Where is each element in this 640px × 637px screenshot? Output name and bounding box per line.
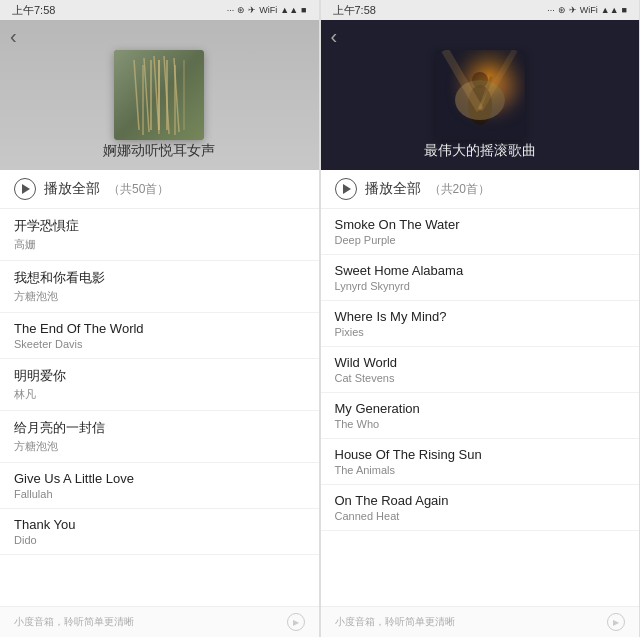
song-artist: Lynyrd Skynyrd bbox=[335, 280, 626, 292]
svg-rect-12 bbox=[478, 76, 493, 110]
svg-point-11 bbox=[472, 72, 488, 88]
list-item[interactable]: 给月亮的一封信 方糖泡泡 bbox=[0, 411, 319, 463]
left-footer-text: 小度音箱，聆听简单更清晰 bbox=[14, 615, 134, 629]
left-panel: 上午7:58 ··· ⊛ ✈ WiFi ▲▲ ■ ‹ bbox=[0, 0, 320, 637]
song-title: 给月亮的一封信 bbox=[14, 419, 305, 437]
right-header: ‹ bbox=[321, 20, 640, 170]
right-status-icons: ··· ⊛ ✈ WiFi ▲▲ ■ bbox=[547, 5, 627, 15]
left-song-list: 开学恐惧症 高姗 我想和你看电影 方糖泡泡 The End Of The Wor… bbox=[0, 209, 319, 606]
list-item[interactable]: 开学恐惧症 高姗 bbox=[0, 209, 319, 261]
left-play-all-label: 播放全部 bbox=[44, 180, 100, 198]
right-panel: 上午7:58 ··· ⊛ ✈ WiFi ▲▲ ■ ‹ bbox=[321, 0, 641, 637]
left-play-all-bar[interactable]: 播放全部 （共50首） bbox=[0, 170, 319, 209]
song-title: My Generation bbox=[335, 401, 626, 416]
left-footer: 小度音箱，聆听简单更清晰 ▶ bbox=[0, 606, 319, 637]
left-play-circle[interactable] bbox=[14, 178, 36, 200]
list-item[interactable]: Sweet Home Alabama Lynyrd Skynyrd bbox=[321, 255, 640, 301]
song-title: House Of The Rising Sun bbox=[335, 447, 626, 462]
list-item[interactable]: My Generation The Who bbox=[321, 393, 640, 439]
song-artist: The Animals bbox=[335, 464, 626, 476]
song-artist: 方糖泡泡 bbox=[14, 439, 305, 454]
list-item[interactable]: On The Road Again Canned Heat bbox=[321, 485, 640, 531]
right-panel-title: 最伟大的摇滚歌曲 bbox=[321, 142, 640, 160]
song-title: Smoke On The Water bbox=[335, 217, 626, 232]
list-item[interactable]: Wild World Cat Stevens bbox=[321, 347, 640, 393]
list-item[interactable]: The End Of The World Skeeter Davis bbox=[0, 313, 319, 359]
song-title: Where Is My Mind? bbox=[335, 309, 626, 324]
svg-point-10 bbox=[468, 85, 492, 125]
list-item[interactable]: 明明爱你 林凡 bbox=[0, 359, 319, 411]
song-artist: 林凡 bbox=[14, 387, 305, 402]
left-back-button[interactable]: ‹ bbox=[10, 25, 17, 48]
right-album-art-svg bbox=[435, 50, 525, 140]
song-artist: 高姗 bbox=[14, 237, 305, 252]
right-footer-play-icon: ▶ bbox=[607, 613, 625, 631]
left-album-art-svg bbox=[114, 50, 204, 140]
song-title: Thank You bbox=[14, 517, 305, 532]
left-footer-play-icon: ▶ bbox=[287, 613, 305, 631]
left-status-icons: ··· ⊛ ✈ WiFi ▲▲ ■ bbox=[227, 5, 307, 15]
song-title: 明明爱你 bbox=[14, 367, 305, 385]
right-play-circle[interactable] bbox=[335, 178, 357, 200]
song-artist: 方糖泡泡 bbox=[14, 289, 305, 304]
song-title: Wild World bbox=[335, 355, 626, 370]
song-title: 我想和你看电影 bbox=[14, 269, 305, 287]
left-status-bar: 上午7:58 ··· ⊛ ✈ WiFi ▲▲ ■ bbox=[0, 0, 319, 20]
right-album-art bbox=[435, 50, 525, 140]
right-status-time: 上午7:58 bbox=[333, 3, 376, 18]
right-song-list: Smoke On The Water Deep Purple Sweet Hom… bbox=[321, 209, 640, 606]
song-artist: Canned Heat bbox=[335, 510, 626, 522]
song-artist: Cat Stevens bbox=[335, 372, 626, 384]
list-item[interactable]: Smoke On The Water Deep Purple bbox=[321, 209, 640, 255]
right-status-bar: 上午7:58 ··· ⊛ ✈ WiFi ▲▲ ■ bbox=[321, 0, 640, 20]
left-album-art bbox=[114, 50, 204, 140]
right-play-all-count: （共20首） bbox=[429, 181, 490, 198]
right-play-all-label: 播放全部 bbox=[365, 180, 421, 198]
svg-rect-1 bbox=[114, 50, 204, 140]
song-artist: Deep Purple bbox=[335, 234, 626, 246]
list-item[interactable]: 我想和你看电影 方糖泡泡 bbox=[0, 261, 319, 313]
right-play-all-bar[interactable]: 播放全部 （共20首） bbox=[321, 170, 640, 209]
song-title: On The Road Again bbox=[335, 493, 626, 508]
left-play-all-count: （共50首） bbox=[108, 181, 169, 198]
left-header: ‹ bbox=[0, 20, 319, 170]
song-artist: Skeeter Davis bbox=[14, 338, 305, 350]
left-play-icon bbox=[22, 184, 30, 194]
song-title: Sweet Home Alabama bbox=[335, 263, 626, 278]
song-title: 开学恐惧症 bbox=[14, 217, 305, 235]
right-footer-text: 小度音箱，聆听简单更清晰 bbox=[335, 615, 455, 629]
list-item[interactable]: House Of The Rising Sun The Animals bbox=[321, 439, 640, 485]
song-artist: The Who bbox=[335, 418, 626, 430]
right-play-icon bbox=[343, 184, 351, 194]
right-back-button[interactable]: ‹ bbox=[331, 25, 338, 48]
right-footer: 小度音箱，聆听简单更清晰 ▶ bbox=[321, 606, 640, 637]
song-artist: Dido bbox=[14, 534, 305, 546]
left-panel-title: 婀娜动听悦耳女声 bbox=[0, 142, 319, 160]
song-title: The End Of The World bbox=[14, 321, 305, 336]
list-item[interactable]: Where Is My Mind? Pixies bbox=[321, 301, 640, 347]
song-artist: Fallulah bbox=[14, 488, 305, 500]
list-item[interactable]: Thank You Dido bbox=[0, 509, 319, 555]
list-item[interactable]: Give Us A Little Love Fallulah bbox=[0, 463, 319, 509]
left-status-time: 上午7:58 bbox=[12, 3, 55, 18]
song-title: Give Us A Little Love bbox=[14, 471, 305, 486]
song-artist: Pixies bbox=[335, 326, 626, 338]
